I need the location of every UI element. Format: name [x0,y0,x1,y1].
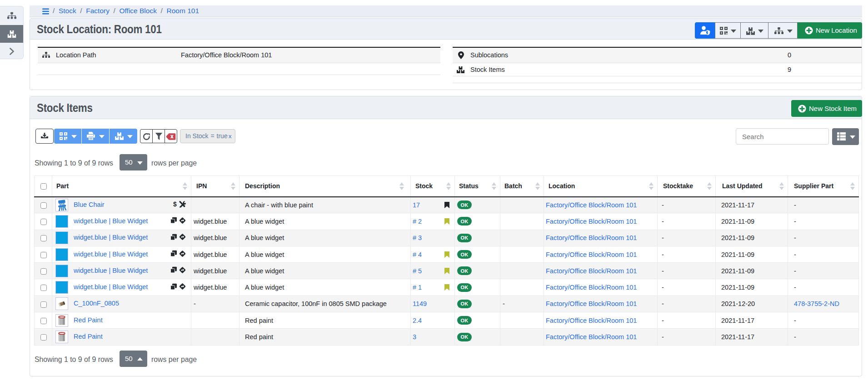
svg-text:$: $ [173,201,177,207]
